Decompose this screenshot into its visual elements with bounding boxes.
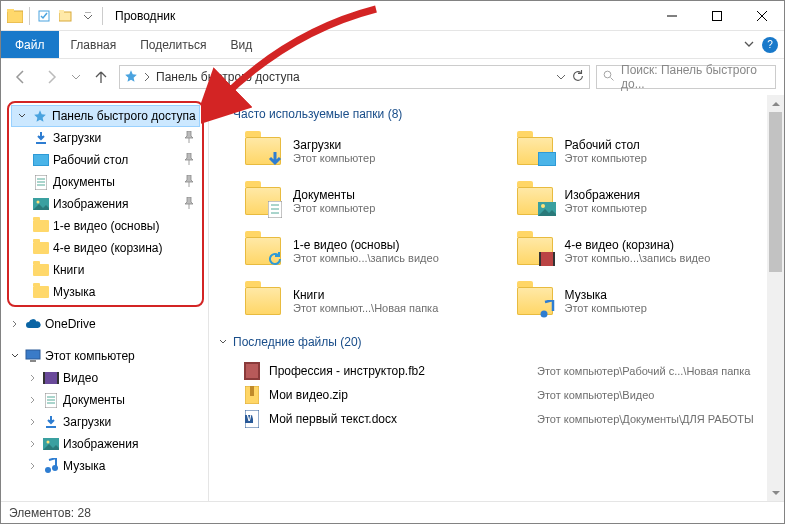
- tree-item[interactable]: 4-е видео (корзина): [11, 237, 200, 259]
- expand-icon[interactable]: [27, 396, 39, 404]
- tab-view[interactable]: Вид: [218, 31, 264, 58]
- maximize-button[interactable]: [694, 1, 739, 30]
- expand-icon[interactable]: [9, 320, 21, 328]
- music-icon: [43, 458, 59, 474]
- tree-label: Видео: [63, 371, 208, 385]
- address-dropdown-icon[interactable]: [557, 70, 565, 84]
- file-name: Мой первый текст.docx: [269, 412, 529, 426]
- folder-item[interactable]: КнигиЭтот компьют...\Новая папка: [243, 281, 501, 321]
- file-row[interactable]: WМой первый текст.docxЭтот компьютер\Док…: [243, 407, 772, 431]
- navigation-tree: Панель быстрого доступа ЗагрузкиРабочий …: [1, 95, 209, 501]
- svg-rect-42: [539, 252, 555, 266]
- expand-icon[interactable]: [27, 462, 39, 470]
- item-name: 1-е видео (основы): [293, 238, 439, 252]
- search-placeholder: Поиск: Панель быстрого до...: [621, 63, 769, 91]
- tab-share[interactable]: Поделиться: [128, 31, 218, 58]
- folder-item[interactable]: ИзображенияЭтот компьютер: [515, 181, 773, 221]
- scroll-thumb[interactable]: [769, 112, 782, 272]
- pin-icon: [184, 175, 200, 190]
- tree-item[interactable]: Документы: [5, 389, 208, 411]
- expand-icon[interactable]: [27, 418, 39, 426]
- refresh-icon[interactable]: [571, 69, 585, 86]
- svg-rect-0: [7, 11, 23, 23]
- item-name: Книги: [293, 288, 438, 302]
- close-button[interactable]: [739, 1, 784, 30]
- search-input[interactable]: Поиск: Панель быстрого до...: [596, 65, 776, 89]
- svg-rect-3: [59, 12, 71, 21]
- up-button[interactable]: [89, 65, 113, 89]
- svg-rect-6: [712, 11, 721, 20]
- tree-item[interactable]: 1-е видео (основы): [11, 215, 200, 237]
- svg-rect-1: [7, 9, 14, 12]
- folder-icon: [33, 240, 49, 256]
- collapse-icon[interactable]: [9, 352, 21, 360]
- file-row[interactable]: Профессия - инструктор.fb2Этот компьютер…: [243, 359, 772, 383]
- folder-item[interactable]: МузыкаЭтот компьютер: [515, 281, 773, 321]
- scroll-track[interactable]: [767, 112, 784, 484]
- document-icon: [43, 392, 59, 408]
- refresh-overlay-icon: [266, 250, 284, 268]
- minimize-button[interactable]: [649, 1, 694, 30]
- item-path: Этот компьютер: [293, 152, 375, 164]
- folder-item[interactable]: 1-е видео (основы)Этот компью...\запись …: [243, 231, 501, 271]
- tree-item[interactable]: Загрузки: [5, 411, 208, 433]
- svg-point-41: [541, 204, 545, 208]
- address-bar: Панель быстрого доступа Поиск: Панель бы…: [1, 59, 784, 95]
- tree-item[interactable]: Изображения: [11, 193, 200, 215]
- qat-dropdown-icon[interactable]: [78, 6, 98, 26]
- expand-icon[interactable]: [27, 374, 39, 382]
- properties-icon[interactable]: [34, 6, 54, 26]
- address-field[interactable]: Панель быстрого доступа: [119, 65, 590, 89]
- folder-item[interactable]: 4-е видео (корзина)Этот компью...\запись…: [515, 231, 773, 271]
- file-row[interactable]: Мои видео.zipЭтот компьютер\Видео: [243, 383, 772, 407]
- svg-point-19: [37, 201, 40, 204]
- scroll-down-icon[interactable]: [767, 484, 784, 501]
- tree-item[interactable]: Рабочий стол: [11, 149, 200, 171]
- tree-item[interactable]: Документы: [11, 171, 200, 193]
- file-tab[interactable]: Файл: [1, 31, 59, 58]
- item-path: Этот компьют...\Новая папка: [293, 302, 438, 314]
- zip-file-icon: [243, 386, 261, 404]
- tree-item[interactable]: Загрузки: [11, 127, 200, 149]
- tree-this-pc[interactable]: Этот компьютер: [5, 345, 208, 367]
- pc-icon: [25, 348, 41, 364]
- separator: [102, 7, 103, 25]
- item-name: Загрузки: [293, 138, 375, 152]
- highlight-annotation: Панель быстрого доступа ЗагрузкиРабочий …: [7, 101, 204, 307]
- folder-item[interactable]: ДокументыЭтот компьютер: [243, 181, 501, 221]
- svg-text:W: W: [246, 410, 258, 424]
- tree-item[interactable]: Изображения: [5, 433, 208, 455]
- expand-icon[interactable]: [27, 440, 39, 448]
- help-icon[interactable]: ?: [762, 37, 778, 53]
- svg-point-33: [52, 465, 58, 471]
- folder-item[interactable]: ЗагрузкиЭтот компьютер: [243, 131, 501, 171]
- tree-item[interactable]: Музыка: [11, 281, 200, 303]
- quick-access-toolbar: [1, 6, 109, 26]
- collapse-icon[interactable]: [16, 112, 28, 120]
- tab-home[interactable]: Главная: [59, 31, 129, 58]
- recent-locations-dropdown[interactable]: [69, 65, 83, 89]
- tree-item[interactable]: Книги: [11, 259, 200, 281]
- window-title: Проводник: [109, 9, 649, 23]
- onedrive-icon: [25, 316, 41, 332]
- tree-onedrive[interactable]: OneDrive: [5, 313, 208, 335]
- section-recent-header[interactable]: Последние файлы (20): [219, 335, 780, 349]
- item-name: 4-е видео (корзина): [565, 238, 711, 252]
- tree-item[interactable]: Музыка: [5, 455, 208, 477]
- scroll-up-icon[interactable]: [767, 95, 784, 112]
- section-frequent-header[interactable]: Часто используемые папки (8): [219, 107, 780, 121]
- ribbon-expand-icon[interactable]: [744, 38, 754, 52]
- collapse-icon[interactable]: [219, 107, 227, 121]
- back-button[interactable]: [9, 65, 33, 89]
- collapse-icon[interactable]: [219, 335, 227, 349]
- quick-access-star-icon: [32, 108, 48, 124]
- new-folder-icon[interactable]: [56, 6, 76, 26]
- vertical-scrollbar[interactable]: [767, 95, 784, 501]
- file-name: Профессия - инструктор.fb2: [269, 364, 529, 378]
- svg-rect-24: [57, 372, 59, 384]
- tree-label: Загрузки: [53, 131, 180, 145]
- forward-button[interactable]: [39, 65, 63, 89]
- tree-item[interactable]: Видео: [5, 367, 208, 389]
- folder-item[interactable]: Рабочий столЭтот компьютер: [515, 131, 773, 171]
- tree-quick-access[interactable]: Панель быстрого доступа: [11, 105, 200, 127]
